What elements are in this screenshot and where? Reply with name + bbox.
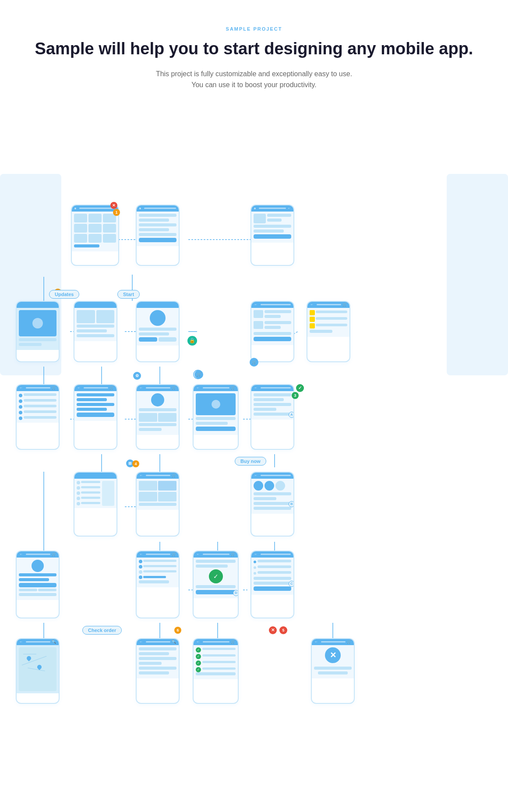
error-phone: ←🛒 ✕	[311, 638, 355, 704]
updates-badge: Updates	[49, 290, 79, 299]
catalog-phone: ←🛒	[136, 472, 180, 537]
brand-list-phone: ←🔍	[136, 638, 180, 704]
product-page-phone: ←🛒	[193, 384, 239, 450]
create-account-screen: Create account	[136, 205, 180, 212]
shopping-cart-editor-screen: ← Shopping cart editor	[250, 205, 294, 212]
badge-3: 3	[292, 392, 299, 399]
profile-page-screen: ←🛒 Profile page	[16, 551, 60, 558]
confirm-order-screen: ←🛒 ✓ D Confirm order	[193, 551, 239, 558]
product-page-screen: ←🛒 Product page	[193, 384, 239, 392]
events-phone: ←🛒	[74, 384, 117, 450]
walkthrough1-screen: 2 Walkthrough 1	[16, 301, 60, 309]
badge-x2: ✕	[269, 626, 277, 634]
brand-list-screen: ←🔍 6 Brand list	[136, 638, 180, 646]
lock-badge: 🔒	[187, 336, 197, 346]
walkthrough3-phone	[136, 301, 180, 362]
check-order-badge: Check order	[82, 626, 122, 635]
menu-phone	[74, 472, 117, 537]
home-screen: ✕ 1 Home	[71, 205, 119, 212]
events-screen: ←🛒 Events	[74, 384, 117, 392]
main-page-phone: ←🛒	[136, 384, 180, 450]
walkthrough1-phone	[16, 301, 60, 362]
cart-icon-1: 🛒	[194, 370, 203, 379]
start-badge: Start	[117, 290, 140, 299]
map-of-shops-screen: ←🔍	[16, 638, 60, 646]
header: SAMPLE PROJECT Sample will help you to s…	[0, 0, 508, 104]
shopping-cart-phone: ←	[250, 301, 294, 362]
wish-list-phone: ←🛒	[307, 301, 350, 362]
profile-page-phone: ←🛒	[16, 551, 60, 618]
page-title: Sample will help you to start designing …	[9, 39, 499, 60]
shipping-method-screen: ← C Shipping method	[250, 551, 294, 558]
badge-1: 1	[113, 209, 120, 216]
payment-method-phone: ← B	[250, 472, 294, 537]
badge-x: ✕	[110, 202, 117, 209]
confirm-order-phone: ←🛒 ✓ D	[193, 551, 239, 618]
settings-screen: ←🛒 Settings	[16, 384, 60, 392]
page-wrapper: SAMPLE PROJECT Sample will help you to s…	[0, 0, 508, 783]
settings-badge: ⚙	[133, 372, 141, 380]
shopping-cart-editor-phone: ←	[250, 205, 294, 266]
badge-5: 5	[279, 626, 287, 634]
map-of-shops-phone: ←🔍	[16, 638, 60, 704]
filter-phone: ←🛒	[136, 551, 180, 618]
payment-method-screen: ← B Payment metho	[250, 472, 294, 480]
settings-phone: ←🛒	[16, 384, 60, 450]
bg-panel-right	[447, 174, 508, 375]
flow-diagram: 🛒 ✕ 1 Home	[0, 104, 508, 783]
wish-list-screen: ←🛒 Wish list	[307, 301, 350, 309]
error-screen: ←🛒 ✕ Error	[311, 638, 355, 646]
checkout-phone: ← A	[250, 384, 294, 450]
check-badge: ✓	[296, 384, 304, 392]
order-status-phone: ←🛒 ✓ ✓ ✓ ✓	[193, 638, 239, 704]
checkout-screen: ← A ✓ 3 Checkout	[250, 384, 294, 392]
badge-4: 4	[132, 460, 139, 467]
menu-screen: Menu	[74, 472, 117, 480]
create-account-phone	[136, 205, 180, 266]
shipping-method-phone: ← C	[250, 551, 294, 618]
walkthrough2-phone	[74, 301, 117, 362]
order-status-screen: ←🛒 ✓ ✓ ✓ ✓ Order status	[193, 638, 239, 646]
shopping-cart-screen: ← Shopping cart	[250, 301, 294, 309]
filter-screen: ←🛒 Filter	[136, 551, 180, 558]
walkthrough2-screen: Walkthrough 2	[74, 301, 117, 309]
catalog-screen: ←🛒 ⊞ 4 Catalog	[136, 472, 180, 480]
main-page-screen: ←🛒 ⚙ Main page	[136, 384, 180, 392]
buy-now-badge: Buy now	[235, 457, 266, 466]
page-subtitle: This project is fully customizable and e…	[9, 68, 499, 91]
tag-label: SAMPLE PROJECT	[9, 26, 499, 32]
cart-icon-2: 🛒	[250, 358, 258, 367]
walkthrough3-screen: Walkthrough 3	[136, 301, 180, 309]
home-phone	[71, 205, 119, 266]
badge-6: 6	[174, 627, 181, 634]
